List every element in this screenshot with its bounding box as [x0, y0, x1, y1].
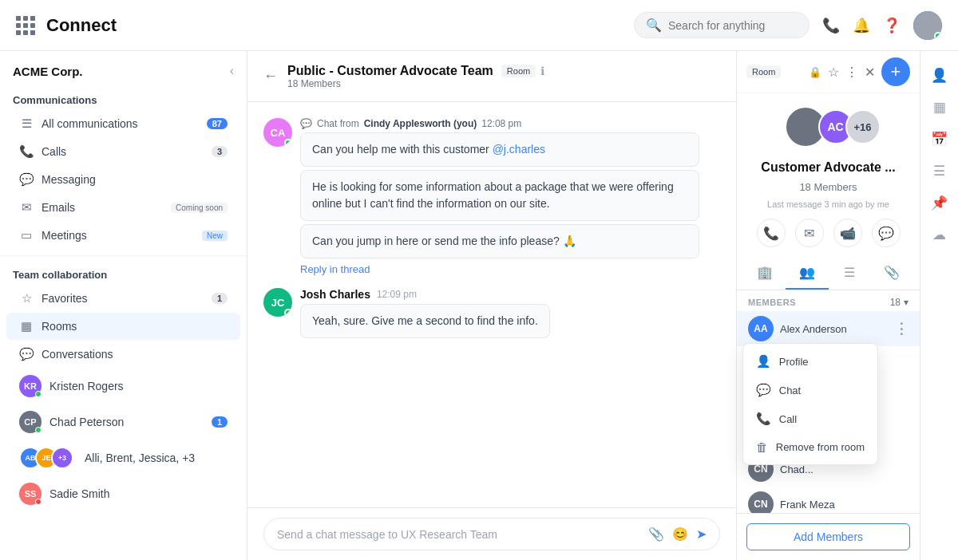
add-members-btn[interactable]: Add Members [746, 523, 910, 550]
user-avatar[interactable] [913, 11, 942, 40]
attachment-icon[interactable]: 📎 [648, 526, 664, 542]
conv-name-chad: Chad Peterson [49, 416, 204, 428]
right-panel: Room 🔒 ☆ ⋮ ✕ + AC +16 Customer Advocate … [736, 51, 920, 560]
sidebar-item-label: Conversations [42, 348, 228, 361]
bell-icon[interactable]: 🔔 [853, 17, 870, 34]
add-fab-btn[interactable]: + [881, 57, 910, 86]
msg-bubble: Can you jump in here or send me the info… [300, 224, 699, 258]
all-comms-icon: ☰ [19, 116, 34, 131]
dropdown-item-profile[interactable]: 👤 Profile [743, 347, 877, 376]
status-dot [35, 391, 42, 397]
sidebar-collapse-btn[interactable]: ‹ [230, 64, 234, 78]
dropdown-item-call[interactable]: 📞 Call [743, 404, 877, 433]
chat-messages: CA 💬 Chat from Cindy Applesworth (you) 1… [247, 102, 736, 507]
search-input[interactable] [668, 19, 798, 32]
side-icons: 👤 ▦ 📅 ☰ 📌 ☁ [920, 51, 958, 560]
msg-content-cindy: 💬 Chat from Cindy Applesworth (you) 12:0… [300, 118, 699, 275]
main-layout: ACME Corp. ‹ Communications ☰ All commun… [0, 51, 958, 560]
dropdown-item-remove[interactable]: 🗑 Remove from room [743, 433, 877, 461]
side-cloud-icon[interactable]: ☁ [925, 220, 954, 249]
conv-item-multi[interactable]: AB JE +3 Alli, Brent, Jessica, +3 [6, 440, 240, 475]
panel-tab-list[interactable]: ☰ [829, 257, 871, 290]
panel-email-btn[interactable]: ✉ [795, 219, 824, 247]
panel-tabs: 🏢 👥 ☰ 📎 [737, 257, 920, 290]
back-button[interactable]: ← [263, 68, 278, 85]
chat-header-info: Public - Customer Advocate Team Room ℹ 1… [287, 64, 544, 89]
chat-input[interactable] [277, 528, 640, 541]
sidebar-item-calls[interactable]: 📞 Calls 3 [6, 138, 240, 165]
favorites-badge: 1 [212, 293, 228, 304]
search-bar[interactable]: 🔍 [634, 12, 810, 38]
grid-icon[interactable] [16, 16, 35, 35]
phone-icon[interactable]: 📞 [822, 17, 840, 34]
side-list-icon[interactable]: ☰ [925, 156, 954, 185]
chevron-down-icon: ▾ [904, 297, 909, 308]
msg-time: 12:09 pm [377, 289, 417, 300]
room-tag: Room [501, 65, 536, 77]
panel-chat-btn[interactable]: 💬 [872, 219, 901, 247]
side-table-icon[interactable]: ▦ [925, 93, 954, 121]
conv-item-kristen[interactable]: KR Kristen Rogers [6, 369, 240, 404]
messaging-icon: 💬 [19, 172, 34, 187]
favorites-icon: ☆ [19, 291, 34, 306]
online-indicator [934, 32, 942, 40]
chat-icon: 💬 [756, 383, 771, 397]
sidebar-item-emails[interactable]: ✉ Emails Coming soon [6, 194, 240, 221]
sidebar-item-label: Messaging [42, 173, 228, 186]
conv-avatar-chad: CP [19, 411, 42, 433]
panel-room-tag: Room [746, 65, 781, 78]
status-dot [35, 499, 42, 505]
msg-avatar-josh: JC [263, 288, 292, 317]
star-icon[interactable]: ☆ [828, 65, 839, 80]
sidebar-item-meetings[interactable]: ▭ Meetings New [6, 222, 240, 249]
emails-icon: ✉ [19, 200, 34, 215]
calls-icon: 📞 [19, 144, 34, 159]
more-icon[interactable]: ⋮ [845, 65, 858, 80]
member-avatar: AA [748, 316, 774, 341]
send-icon[interactable]: ➤ [696, 526, 707, 542]
sidebar-item-label: Favorites [42, 292, 204, 305]
info-icon[interactable]: ℹ [540, 65, 544, 77]
profile-icon: 👤 [756, 354, 771, 369]
dropdown-label: Call [779, 413, 797, 425]
sidebar-item-conversations[interactable]: 💬 Conversations [6, 341, 240, 368]
panel-avatar-plus: +16 [845, 109, 881, 144]
member-item-frank[interactable]: CN Frank Meza [737, 487, 920, 513]
panel-video-btn[interactable]: 📹 [833, 219, 862, 247]
member-item-alex[interactable]: AA Alex Anderson ⋮ [737, 311, 920, 346]
conv-item-sadie[interactable]: SS Sadie Smith [6, 476, 240, 511]
sidebar-item-rooms[interactable]: ▦ Rooms [6, 313, 240, 340]
members-num[interactable]: 18 ▾ [890, 297, 909, 308]
message-row: JC Josh Charles 12:09 pm Yeah, sure. Giv… [263, 288, 720, 338]
side-person-icon[interactable]: 👤 [925, 61, 954, 89]
dropdown-menu: 👤 Profile 💬 Chat 📞 Call 🗑 Remove from ro… [742, 343, 878, 465]
side-pin-icon[interactable]: 📌 [925, 188, 954, 217]
panel-call-btn[interactable]: 📞 [757, 219, 786, 247]
conv-name-sadie: Sadie Smith [49, 487, 228, 500]
member-more-btn[interactable]: ⋮ [894, 321, 909, 336]
nav-right: 🔍 📞 🔔 ❓ [634, 11, 942, 40]
msg-bubble: He is looking for some information about… [300, 170, 699, 221]
panel-header: Room 🔒 ☆ ⋮ ✕ + [737, 51, 920, 93]
close-panel-btn[interactable]: ✕ [865, 65, 875, 80]
panel-tab-building[interactable]: 🏢 [743, 257, 786, 290]
company-name: ACME Corp. [13, 65, 83, 78]
reply-thread-btn[interactable]: Reply in thread [300, 263, 699, 275]
meetings-icon: ▭ [19, 228, 34, 243]
panel-tab-attachment[interactable]: 📎 [871, 257, 913, 290]
emoji-icon[interactable]: 😊 [672, 526, 688, 542]
panel-tab-members[interactable]: 👥 [786, 257, 828, 290]
chad-badge: 1 [212, 416, 228, 428]
sidebar-divider [0, 255, 247, 256]
panel-avatars: AC +16 [785, 106, 873, 148]
dropdown-item-chat[interactable]: 💬 Chat [743, 376, 877, 404]
help-icon[interactable]: ❓ [883, 17, 901, 34]
app-title: Connect [46, 15, 117, 36]
panel-last-message: Last message 3 min ago by me [767, 199, 889, 209]
conv-avatar-kristen: KR [19, 375, 42, 397]
side-calendar-icon[interactable]: 📅 [925, 124, 954, 153]
conv-item-chad[interactable]: CP Chad Peterson 1 [6, 404, 240, 440]
sidebar-item-favorites[interactable]: ☆ Favorites 1 [6, 285, 240, 312]
sidebar-item-all-communications[interactable]: ☰ All communications 87 [6, 110, 240, 137]
sidebar-item-messaging[interactable]: 💬 Messaging [6, 166, 240, 193]
